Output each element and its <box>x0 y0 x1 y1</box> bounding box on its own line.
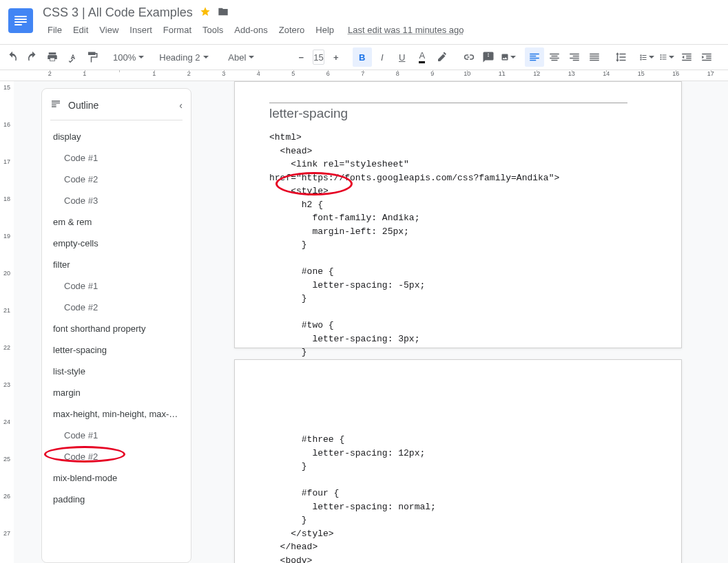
outline-item[interactable]: mix-blend-mode <box>43 467 189 489</box>
outline-item[interactable]: Code #1 <box>43 275 189 297</box>
outline-item[interactable]: em & rem <box>43 211 189 233</box>
clear-formatting-button[interactable] <box>723 47 728 67</box>
outline-item[interactable]: Code #1 <box>43 425 189 446</box>
menu-help[interactable]: Help <box>311 23 339 37</box>
align-left-button[interactable] <box>525 47 544 67</box>
bold-button[interactable]: B <box>353 47 372 67</box>
star-icon[interactable] <box>200 6 211 19</box>
horizontal-ruler[interactable]: 211234567891011121314151617 <box>0 70 728 81</box>
outline-item[interactable]: Code #2 <box>43 297 189 318</box>
redo-button[interactable] <box>23 47 42 67</box>
menu-view[interactable]: View <box>94 23 123 37</box>
outline-panel: Outline ‹ displayCode #1Code #2Code #3em… <box>41 88 191 563</box>
line-spacing-button[interactable] <box>611 47 630 67</box>
checklist-button[interactable] <box>637 47 656 67</box>
styles-select[interactable]: Heading 2 <box>155 47 217 67</box>
comment-button[interactable] <box>479 47 498 67</box>
align-justify-button[interactable] <box>585 47 604 67</box>
fontsize-input[interactable]: 15 <box>313 50 324 65</box>
code-block-1[interactable]: <html> <head> <link rel="stylesheet" hre… <box>269 131 654 359</box>
outline-item[interactable]: Code #3 <box>43 190 189 211</box>
document-page-2[interactable]: #three { letter-spacing: 12px; } #four {… <box>234 359 682 563</box>
highlight-button[interactable] <box>433 47 452 67</box>
align-right-button[interactable] <box>565 47 584 67</box>
fontsize-increase-button[interactable]: + <box>326 47 346 67</box>
spellcheck-button[interactable] <box>63 47 82 67</box>
outline-icon <box>50 98 61 111</box>
outline-item[interactable]: Code #1 <box>43 147 189 169</box>
outline-item[interactable]: padding <box>43 489 189 510</box>
font-select[interactable]: Abel <box>224 47 284 67</box>
code-block-2[interactable]: #three { letter-spacing: 12px; } #four {… <box>269 433 654 563</box>
outline-collapse-icon[interactable]: ‹ <box>179 100 183 111</box>
undo-button[interactable] <box>3 47 22 67</box>
outline-item[interactable]: empty-cells <box>43 233 189 254</box>
outline-item[interactable]: Code #2 <box>43 169 189 190</box>
font-value: Abel <box>228 52 246 63</box>
outline-item[interactable]: max-height, min-height, max-widt... <box>43 403 189 425</box>
fontsize-decrease-button[interactable]: − <box>291 47 311 67</box>
image-button[interactable] <box>499 47 518 67</box>
outline-item[interactable]: filter <box>43 254 189 275</box>
zoom-value: 100% <box>113 52 136 63</box>
svg-point-2 <box>660 59 661 60</box>
menu-tools[interactable]: Tools <box>198 23 228 37</box>
docs-icon[interactable] <box>8 8 33 33</box>
underline-button[interactable]: U <box>393 47 412 67</box>
paint-format-button[interactable] <box>83 47 102 67</box>
outline-item[interactable]: letter-spacing <box>43 339 189 361</box>
zoom-select[interactable]: 100% <box>109 47 148 67</box>
last-edit-link[interactable]: Last edit was 11 minutes ago <box>343 23 468 37</box>
heading-value: Heading 2 <box>159 52 200 63</box>
menu-insert[interactable]: Insert <box>125 23 157 37</box>
increase-indent-button[interactable] <box>697 47 716 67</box>
menu-format[interactable]: Format <box>158 23 196 37</box>
app-header: CSS 3 | All Code Examples File Edit View… <box>0 0 728 44</box>
bullet-list-button[interactable] <box>657 47 676 67</box>
document-page-1[interactable]: letter-spacing <html> <head> <link rel="… <box>234 81 682 348</box>
menu-file[interactable]: File <box>43 23 67 37</box>
outline-item[interactable]: list-style <box>43 361 189 382</box>
vertical-ruler[interactable]: 15161718192021222324252627 <box>0 81 14 563</box>
menu-addons[interactable]: Add-ons <box>229 23 272 37</box>
italic-button[interactable]: I <box>373 47 392 67</box>
text-color-button[interactable]: A <box>413 47 432 67</box>
svg-point-1 <box>660 56 661 58</box>
toolbar: 100% Heading 2 Abel − 15 + B I U A <box>0 44 728 70</box>
outline-list: displayCode #1Code #2Code #3em & remempt… <box>42 126 191 510</box>
align-center-button[interactable] <box>545 47 564 67</box>
print-button[interactable] <box>43 47 62 67</box>
menu-zotero[interactable]: Zotero <box>274 23 310 37</box>
document-canvas: Outline ‹ displayCode #1Code #2Code #3em… <box>14 81 728 563</box>
section-heading[interactable]: letter-spacing <box>269 106 654 121</box>
outline-item[interactable]: font shorthand property <box>43 318 189 339</box>
move-icon[interactable] <box>218 6 229 19</box>
outline-item[interactable]: Code #2 <box>43 446 189 467</box>
outline-title: Outline <box>68 100 98 111</box>
svg-point-0 <box>660 54 661 56</box>
menu-edit[interactable]: Edit <box>68 23 93 37</box>
menubar: File Edit View Insert Format Tools Add-o… <box>43 23 469 37</box>
outline-item[interactable]: margin <box>43 382 189 403</box>
decrease-indent-button[interactable] <box>677 47 696 67</box>
outline-item[interactable]: display <box>43 126 189 147</box>
doc-title[interactable]: CSS 3 | All Code Examples <box>43 6 193 20</box>
link-button[interactable] <box>459 47 478 67</box>
